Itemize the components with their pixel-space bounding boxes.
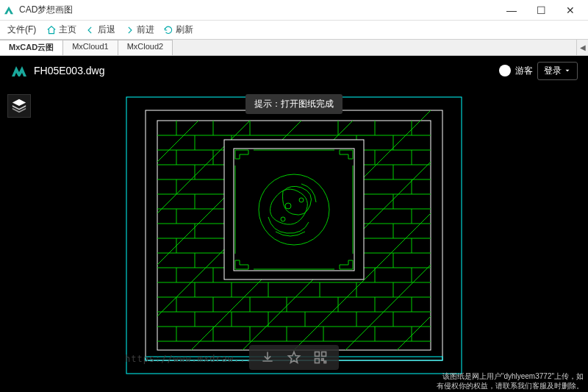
avatar-icon [499,65,511,76]
qrcode-button[interactable] [312,349,329,366]
login-button[interactable]: 登录 [537,62,578,80]
guest-label: 游客 [515,65,533,77]
tab-mxcad-cloud[interactable]: MxCAD云图 [0,40,63,55]
nav-refresh[interactable]: 刷新 [159,22,198,38]
svg-line-84 [397,316,431,350]
cad-drawing [125,96,463,375]
nav-back[interactable]: 后退 [81,22,120,38]
main-viewport: FH05E003.dwg 游客 登录 提示：打开图纸完成 [0,56,588,392]
download-button[interactable] [259,349,276,366]
bottom-toolbar [249,345,339,370]
star-icon [287,350,301,365]
qrcode-icon [313,350,328,365]
close-button[interactable]: ✕ [556,0,585,21]
toast-notification: 提示：打开图纸完成 [245,94,343,114]
svg-rect-93 [322,352,326,357]
minimize-button[interactable]: — [497,0,526,21]
watermark-text: https://www.mxdraw... [125,354,252,364]
nav-forward[interactable]: 前进 [120,22,159,38]
app-header: FH05E003.dwg 游客 登录 [0,56,588,85]
svg-rect-95 [322,359,324,361]
layers-button[interactable] [7,94,31,118]
maximize-button[interactable]: ☐ [526,0,556,21]
tab-mxcloud1[interactable]: MxCloud1 [63,40,118,55]
svg-line-76 [157,121,198,162]
layers-icon [11,98,27,114]
favorite-button[interactable] [286,349,302,366]
download-icon [260,350,275,365]
nav-home[interactable]: 主页 [42,22,81,38]
user-area: 游客 登录 [499,62,578,80]
svg-rect-94 [315,359,320,363]
tabbar: MxCAD云图 MxCloud1 MxCloud2 ◀ [0,40,588,56]
chevron-down-icon [564,67,571,74]
svg-rect-96 [324,361,326,363]
menu-file[interactable]: 文件(F) [1,22,42,38]
menubar: 文件(F) 主页 后退 前进 刷新 [0,21,588,40]
svg-rect-92 [315,352,320,357]
window-title: CAD梦想画图 [19,4,497,16]
svg-rect-86 [234,149,354,271]
footer-disclaimer: 该图纸是网上用户"dyhlyeem3772"上传，如 有侵权你的权益，请联系我们… [437,371,584,391]
back-icon [85,25,96,35]
logo-icon [10,62,28,79]
home-icon [46,25,57,35]
forward-icon [124,25,135,35]
filename: FH05E003.dwg [34,65,499,76]
tab-mxcloud2[interactable]: MxCloud2 [118,40,173,55]
refresh-icon [163,25,173,35]
app-icon [3,4,15,16]
titlebar: CAD梦想画图 — ☐ ✕ [0,0,588,21]
tab-scroll-left[interactable]: ◀ [576,40,588,55]
